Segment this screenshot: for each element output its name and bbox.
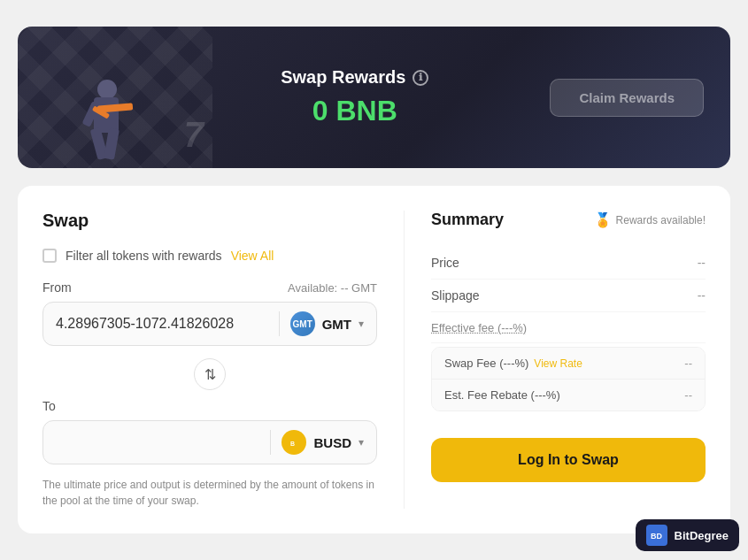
rebate-label: Est. Fee Rebate (---%) bbox=[444, 388, 560, 402]
busd-icon: B bbox=[281, 430, 306, 455]
price-label: Price bbox=[431, 256, 459, 270]
bitdegree-name: BitDegree bbox=[675, 529, 729, 542]
price-row: Price -- bbox=[431, 247, 706, 280]
swap-arrows-icon: ⇅ bbox=[204, 366, 216, 383]
main-card: Swap Filter all tokens with rewards View… bbox=[18, 186, 730, 533]
filter-checkbox[interactable] bbox=[42, 249, 57, 263]
filter-label: Filter all tokens with rewards bbox=[66, 249, 222, 263]
svg-text:BD: BD bbox=[651, 532, 662, 541]
to-amount-input[interactable] bbox=[56, 434, 270, 450]
swap-fee-row: Swap Fee (---%) View Rate -- bbox=[432, 348, 705, 379]
from-amount-input[interactable] bbox=[56, 316, 279, 332]
svg-text:B: B bbox=[290, 441, 295, 447]
banner-amount: 0 BNB bbox=[312, 95, 397, 127]
login-to-swap-button[interactable]: Log In to Swap bbox=[431, 438, 706, 482]
available-text: Available: -- GMT bbox=[288, 281, 377, 295]
from-token-name: GMT bbox=[322, 317, 351, 332]
to-label: To bbox=[42, 399, 56, 413]
rewards-badge: 🏅 Rewards available! bbox=[594, 211, 706, 228]
rewards-banner: 7 Swap Rewards ℹ 0 BNB Claim Rewards bbox=[18, 27, 730, 168]
swap-panel: Swap Filter all tokens with rewards View… bbox=[42, 211, 405, 509]
from-label: From bbox=[42, 280, 72, 295]
gmt-icon: GMT bbox=[290, 311, 315, 336]
view-all-link[interactable]: View All bbox=[231, 249, 274, 263]
price-value: -- bbox=[698, 256, 706, 270]
effective-fee-row: Effective fee (---%) bbox=[431, 312, 706, 343]
swap-fee-label-group: Swap Fee (---%) View Rate bbox=[444, 357, 582, 370]
banner-title: Swap Rewards ℹ bbox=[281, 67, 428, 88]
info-icon[interactable]: ℹ bbox=[413, 70, 428, 86]
bitdegree-logo: BD bbox=[646, 525, 667, 546]
to-input-row: B BUSD ▾ bbox=[42, 420, 377, 464]
claim-rewards-button[interactable]: Claim Rewards bbox=[550, 79, 704, 117]
arrow-decoration: 7 bbox=[184, 115, 204, 155]
to-token-chevron: ▾ bbox=[359, 436, 364, 449]
slippage-label: Slippage bbox=[431, 288, 480, 303]
to-label-row: To bbox=[42, 399, 377, 413]
summary-panel: Summary 🏅 Rewards available! Price -- Sl… bbox=[431, 211, 706, 509]
rebate-value: -- bbox=[684, 388, 692, 402]
from-token-chevron: ▾ bbox=[359, 318, 364, 330]
banner-title-text: Swap Rewards bbox=[281, 67, 405, 88]
swap-direction-button[interactable]: ⇅ bbox=[194, 358, 226, 390]
to-token-name: BUSD bbox=[313, 435, 351, 450]
to-token-selector[interactable]: B BUSD ▾ bbox=[270, 430, 364, 455]
swap-disclaimer: The ultimate price and output is determi… bbox=[42, 477, 377, 509]
banner-art: 7 bbox=[18, 27, 212, 168]
slippage-value: -- bbox=[698, 288, 706, 303]
swap-arrow-btn: ⇅ bbox=[42, 358, 377, 390]
from-label-row: From Available: -- GMT bbox=[42, 280, 377, 295]
from-input-row: GMT GMT ▾ bbox=[42, 302, 377, 346]
rewards-available-text: Rewards available! bbox=[616, 214, 706, 226]
view-rate-link[interactable]: View Rate bbox=[534, 357, 582, 370]
swap-title: Swap bbox=[42, 211, 377, 231]
filter-row: Filter all tokens with rewards View All bbox=[42, 249, 377, 263]
effective-fee-label: Effective fee (---%) bbox=[431, 321, 527, 334]
summary-title: Summary bbox=[431, 211, 504, 229]
swap-fee-label: Swap Fee (---%) bbox=[444, 357, 528, 370]
summary-header: Summary 🏅 Rewards available! bbox=[431, 211, 706, 229]
fee-section: Swap Fee (---%) View Rate -- Est. Fee Re… bbox=[431, 347, 706, 411]
medal-icon: 🏅 bbox=[594, 211, 612, 228]
bitdegree-badge: BD BitDegree bbox=[636, 519, 739, 551]
slippage-row: Slippage -- bbox=[431, 280, 706, 312]
banner-content: Swap Rewards ℹ 0 BNB bbox=[212, 67, 497, 127]
rebate-row: Est. Fee Rebate (---%) -- bbox=[432, 379, 705, 410]
swap-fee-value: -- bbox=[684, 357, 692, 370]
banner-figure bbox=[44, 44, 177, 168]
from-token-selector[interactable]: GMT GMT ▾ bbox=[279, 311, 364, 336]
